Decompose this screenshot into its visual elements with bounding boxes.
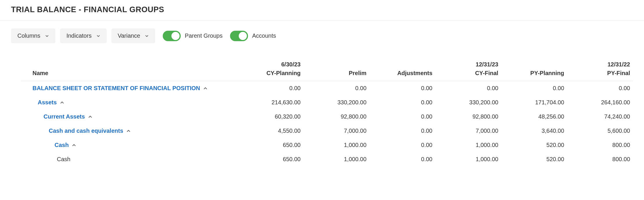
cell-value: 0.00 [369,81,435,96]
row-label: BALANCE SHEET OR STATEMENT OF FINANCIAL … [32,85,200,92]
table-row: Cash 650.00 1,000.00 0.00 1,000.00 520.0… [21,138,633,152]
cell-value: 0.00 [369,110,435,124]
table-row: Cash 650.00 1,000.00 0.00 1,000.00 520.0… [21,152,633,166]
column-header-py-final[interactable]: 12/31/22 PY-Final [567,60,633,81]
cell-value: 74,240.00 [567,110,633,124]
cell-value: 1,000.00 [303,152,369,166]
column-header-cy-final[interactable]: 12/31/23 CY-Final [435,60,501,81]
cell-value: 650.00 [238,152,303,166]
toggle-switch-icon [230,31,248,41]
group-toggle-cash[interactable]: Cash [55,142,76,148]
column-header-prelim[interactable]: Prelim [303,60,369,81]
columns-dropdown[interactable]: Columns [11,28,55,43]
cell-value: 60,320.00 [238,110,303,124]
table-row: Current Assets 60,320.00 92,800.00 0.00 … [21,110,633,124]
toggle-switch-icon [163,31,181,41]
page-header: TRIAL BALANCE - FINANCIAL GROUPS [0,0,644,21]
row-label: Current Assets [44,113,85,120]
cell-value: 330,200.00 [303,95,369,110]
chevron-up-icon [88,114,93,119]
cell-value: 0.00 [369,152,435,166]
group-toggle-balance-sheet[interactable]: BALANCE SHEET OR STATEMENT OF FINANCIAL … [32,85,208,92]
cell-value: 7,000.00 [303,124,369,138]
cell-value: 520.00 [501,138,567,152]
variance-dropdown-label: Variance [118,32,140,39]
cell-value: 0.00 [369,138,435,152]
cell-value: 48,256.00 [501,110,567,124]
cell-value: 0.00 [238,81,303,96]
column-header-cy-planning[interactable]: 6/30/23 CY-Planning [238,60,303,81]
cell-value: 650.00 [238,138,303,152]
indicators-dropdown-label: Indicators [66,32,92,39]
cell-value: 1,000.00 [435,138,501,152]
cell-value: 0.00 [303,81,369,96]
cell-value: 171,704.00 [501,95,567,110]
cell-value: 92,800.00 [435,110,501,124]
cell-value: 0.00 [369,95,435,110]
cell-value: 92,800.00 [303,110,369,124]
cell-value: 800.00 [567,138,633,152]
cell-value: 3,640.00 [501,124,567,138]
cell-value: 0.00 [501,81,567,96]
chevron-up-icon [72,143,76,148]
chevron-down-icon [145,34,149,38]
cell-value: 264,160.00 [567,95,633,110]
cell-value: 800.00 [567,152,633,166]
row-label: Cash and cash equivalents [49,128,123,134]
cell-value: 1,000.00 [303,138,369,152]
cell-value: 4,550.00 [238,124,303,138]
group-toggle-assets[interactable]: Assets [38,99,64,106]
cell-value: 214,630.00 [238,95,303,110]
cell-value: 5,600.00 [567,124,633,138]
cell-value: 0.00 [369,124,435,138]
page-title: TRIAL BALANCE - FINANCIAL GROUPS [11,5,633,14]
cell-value: 7,000.00 [435,124,501,138]
chevron-down-icon [96,34,100,38]
cell-value: 0.00 [435,81,501,96]
column-header-name-label: Name [32,70,48,76]
group-toggle-cash-equivalents[interactable]: Cash and cash equivalents [49,128,131,134]
parent-groups-toggle-label: Parent Groups [185,32,222,39]
table-row: Assets 214,630.00 330,200.00 0.00 330,20… [21,95,633,110]
toolbar: Columns Indicators Variance Parent Group… [0,21,644,43]
row-label: Cash [55,142,69,148]
chevron-up-icon [203,86,208,91]
trial-balance-table: Name 6/30/23 CY-Planning Prelim Adjustme… [0,43,644,166]
chevron-up-icon [60,100,64,105]
table-header-row: Name 6/30/23 CY-Planning Prelim Adjustme… [21,60,633,81]
parent-groups-toggle[interactable]: Parent Groups [163,31,222,41]
cell-value: 0.00 [567,81,633,96]
cell-value: 520.00 [501,152,567,166]
indicators-dropdown[interactable]: Indicators [60,28,107,43]
column-header-adjustments[interactable]: Adjustments [369,60,435,81]
table-row: Cash and cash equivalents 4,550.00 7,000… [21,124,633,138]
column-header-py-planning[interactable]: PY-Planning [501,60,567,81]
column-header-name[interactable]: Name [21,60,238,81]
table-row: BALANCE SHEET OR STATEMENT OF FINANCIAL … [21,81,633,96]
columns-dropdown-label: Columns [17,32,40,39]
accounts-toggle[interactable]: Accounts [230,31,276,41]
chevron-up-icon [126,129,131,133]
accounts-toggle-label: Accounts [252,32,276,39]
variance-dropdown[interactable]: Variance [111,28,155,43]
cell-value: 330,200.00 [435,95,501,110]
group-toggle-current-assets[interactable]: Current Assets [44,113,93,120]
cell-value: 1,000.00 [435,152,501,166]
chevron-down-icon [45,34,49,38]
account-cash[interactable]: Cash [57,156,70,162]
row-label: Assets [38,99,57,106]
